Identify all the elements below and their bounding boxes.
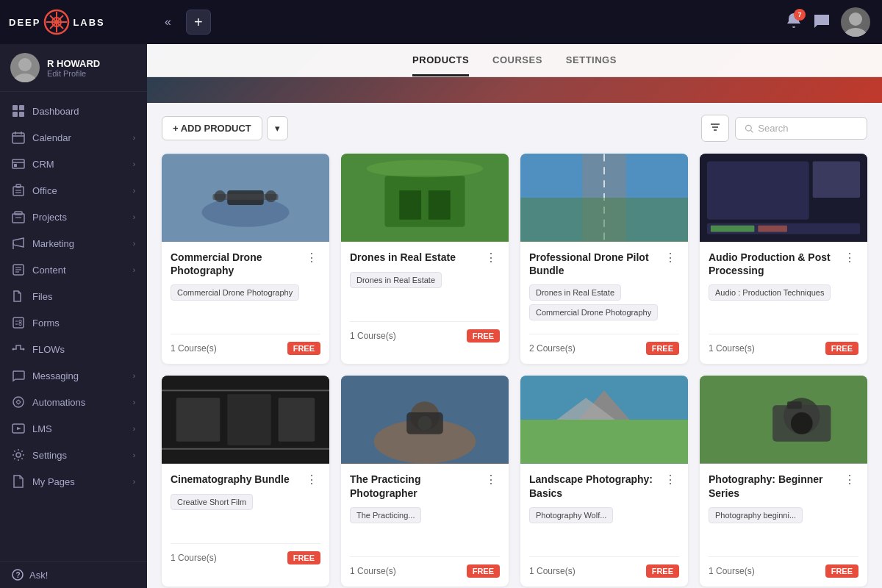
add-button[interactable]: + bbox=[186, 10, 211, 35]
svg-point-62 bbox=[367, 159, 484, 177]
svg-rect-74 bbox=[176, 398, 220, 442]
course-count: 1 Course(s) bbox=[171, 343, 217, 354]
sidebar-item-mypages[interactable]: My Pages › bbox=[0, 468, 147, 495]
chevron-right-icon: › bbox=[133, 478, 135, 486]
card-menu-button[interactable]: ⋮ bbox=[482, 473, 500, 487]
card-menu-button[interactable]: ⋮ bbox=[303, 473, 320, 487]
notifications-button[interactable]: 7 bbox=[785, 12, 803, 32]
svg-rect-92 bbox=[787, 402, 802, 409]
course-count: 1 Course(s) bbox=[709, 343, 755, 354]
card-menu-button[interactable]: ⋮ bbox=[662, 251, 679, 265]
notification-badge: 7 bbox=[794, 9, 806, 21]
product-image bbox=[700, 376, 867, 464]
svg-rect-8 bbox=[12, 105, 18, 110]
card-menu-button[interactable]: ⋮ bbox=[662, 473, 679, 487]
edit-profile-link[interactable]: Edit Profile bbox=[47, 69, 100, 78]
ask-button[interactable]: ? Ask! bbox=[0, 561, 147, 588]
marketing-icon bbox=[12, 237, 25, 250]
svg-text:?: ? bbox=[16, 571, 21, 579]
svg-rect-32 bbox=[13, 318, 24, 328]
sidebar-item-lms[interactable]: LMS › bbox=[0, 415, 147, 442]
svg-rect-85 bbox=[520, 420, 688, 463]
lms-icon bbox=[12, 422, 25, 435]
card-body: Cinematography Bundle ⋮ Creative Short F… bbox=[162, 464, 329, 573]
card-title-row: Photography: Beginner Series ⋮ bbox=[709, 473, 858, 499]
sidebar-item-settings[interactable]: Settings › bbox=[0, 442, 147, 468]
product-card: Commercial Drone Photography ⋮ Commercia… bbox=[162, 154, 329, 364]
chevron-right-icon: › bbox=[133, 451, 135, 459]
card-body: Photography: Beginner Series ⋮ Photograp… bbox=[700, 464, 867, 586]
card-title-row: Drones in Real Estate ⋮ bbox=[350, 251, 500, 265]
card-tag: Drones in Real Estate bbox=[350, 272, 442, 288]
tab-products[interactable]: PRODUCTS bbox=[412, 54, 469, 76]
product-card: Audio Production & Post Processing ⋮ Aud… bbox=[700, 154, 867, 364]
toolbar-right bbox=[701, 115, 867, 142]
svg-rect-71 bbox=[711, 226, 754, 232]
settings-icon bbox=[12, 448, 25, 462]
svg-point-46 bbox=[845, 28, 867, 37]
product-image bbox=[700, 154, 867, 242]
mypages-icon bbox=[12, 475, 25, 488]
sidebar-item-content[interactable]: Content › bbox=[0, 257, 147, 283]
card-footer: 1 Course(s) FREE bbox=[709, 334, 858, 355]
chevron-right-icon: › bbox=[133, 160, 135, 168]
hero-area: PRODUCTS COURSES SETTINGS bbox=[147, 44, 882, 103]
product-card: Photography: Beginner Series ⋮ Photograp… bbox=[700, 376, 867, 586]
sidebar-item-messaging[interactable]: Messaging › bbox=[0, 362, 147, 389]
course-count: 1 Course(s) bbox=[350, 331, 396, 341]
card-footer: 1 Course(s) FREE bbox=[171, 543, 320, 564]
svg-rect-12 bbox=[12, 133, 24, 143]
course-count: 1 Course(s) bbox=[350, 566, 396, 576]
card-body: Drones in Real Estate ⋮ Drones in Real E… bbox=[341, 242, 509, 351]
sidebar-item-flows[interactable]: FLOWs bbox=[0, 336, 147, 362]
svg-rect-34 bbox=[19, 320, 21, 323]
svg-rect-36 bbox=[19, 323, 21, 326]
collapse-button[interactable]: « bbox=[159, 12, 177, 32]
card-footer: 1 Course(s) FREE bbox=[350, 556, 500, 578]
svg-rect-11 bbox=[19, 112, 24, 117]
sidebar-item-files[interactable]: Files bbox=[0, 283, 147, 309]
card-footer: 1 Course(s) FREE bbox=[350, 321, 500, 343]
card-menu-button[interactable]: ⋮ bbox=[841, 251, 858, 265]
add-product-dropdown[interactable]: ▾ bbox=[267, 116, 288, 140]
card-body: Professional Drone Pilot Bundle ⋮ Drones… bbox=[520, 242, 688, 364]
sidebar-item-crm[interactable]: CRM › bbox=[0, 151, 147, 177]
card-footer: 2 Course(s) FREE bbox=[529, 334, 679, 355]
svg-rect-16 bbox=[12, 159, 24, 168]
svg-rect-69 bbox=[813, 161, 860, 198]
svg-point-6 bbox=[18, 58, 32, 71]
sidebar-item-office[interactable]: Office › bbox=[0, 177, 147, 204]
search-box bbox=[735, 117, 867, 140]
card-tags: The Practicing... bbox=[350, 507, 500, 548]
sidebar-item-forms[interactable]: Forms bbox=[0, 309, 147, 336]
search-input[interactable] bbox=[758, 123, 858, 134]
sidebar-item-projects[interactable]: Projects › bbox=[0, 204, 147, 230]
svg-point-91 bbox=[791, 412, 813, 434]
user-avatar[interactable] bbox=[841, 7, 870, 37]
tab-courses[interactable]: COURSES bbox=[492, 54, 542, 76]
chevron-right-icon: › bbox=[133, 398, 135, 406]
svg-point-37 bbox=[12, 348, 15, 351]
free-badge: FREE bbox=[467, 564, 500, 578]
topbar: « + 7 bbox=[147, 0, 882, 44]
calendar-icon bbox=[12, 131, 25, 144]
user-section: R HOWARD Edit Profile bbox=[0, 44, 147, 92]
sidebar-item-dashboard[interactable]: Dashboard bbox=[0, 98, 147, 124]
card-menu-button[interactable]: ⋮ bbox=[303, 251, 320, 265]
svg-point-57 bbox=[265, 190, 277, 202]
card-menu-button[interactable]: ⋮ bbox=[482, 251, 500, 265]
sidebar-item-automations[interactable]: Automations › bbox=[0, 389, 147, 415]
card-body: The Practicing Photographer ⋮ The Practi… bbox=[341, 464, 509, 586]
chat-button[interactable] bbox=[813, 12, 831, 32]
card-menu-button[interactable]: ⋮ bbox=[841, 473, 858, 487]
sidebar-item-calendar[interactable]: Calendar › bbox=[0, 124, 147, 151]
card-title: Cinematography Bundle bbox=[171, 473, 303, 486]
files-icon bbox=[12, 290, 25, 303]
filter-button[interactable] bbox=[701, 115, 729, 142]
sidebar-header: DEEP LABS bbox=[0, 0, 147, 44]
add-product-button[interactable]: + ADD PRODUCT bbox=[162, 116, 262, 140]
svg-rect-76 bbox=[279, 398, 315, 442]
svg-rect-24 bbox=[15, 212, 22, 215]
tab-settings[interactable]: SETTINGS bbox=[566, 54, 617, 76]
sidebar-item-marketing[interactable]: Marketing › bbox=[0, 230, 147, 257]
